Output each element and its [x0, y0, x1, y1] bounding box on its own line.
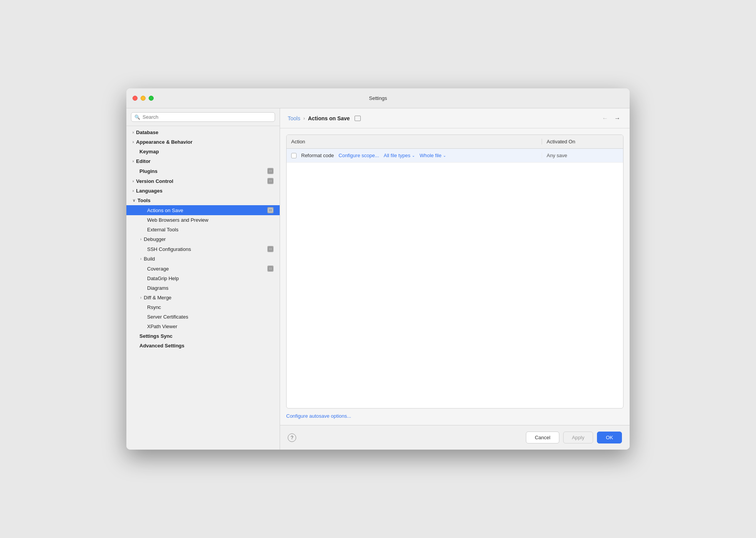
sidebar-item-editor[interactable]: ›Editor	[126, 156, 280, 166]
sidebar-item-label: Advanced Settings	[139, 343, 184, 349]
file-types-label: All file types	[384, 153, 410, 158]
sidebar-item-actions-on-save[interactable]: Actions on Save	[126, 205, 280, 215]
main-header: Tools › Actions on Save ← →	[280, 108, 630, 128]
forward-button[interactable]: →	[613, 113, 622, 123]
configure-autosave-link[interactable]: Configure autosave options...	[286, 413, 623, 419]
sidebar-item-debugger[interactable]: ›Debugger	[126, 234, 280, 244]
sidebar-item-label: Actions on Save	[147, 208, 183, 213]
sidebar-item-diagrams[interactable]: Diagrams	[126, 283, 280, 293]
activated-on-value: Any save	[542, 153, 618, 158]
settings-window: Settings 🔍 ›Database›Appearance & Behavi…	[126, 88, 630, 450]
sidebar-badge-icon	[268, 169, 273, 173]
content-area: 🔍 ›Database›Appearance & BehaviorKeymap›…	[126, 108, 630, 450]
sidebar-item-xpath-viewer[interactable]: XPath Viewer	[126, 322, 280, 331]
sidebar-item-plugins[interactable]: Plugins	[126, 166, 280, 176]
main-content: Action Activated On Reformat code Config…	[280, 128, 630, 425]
sidebar-item-label: Database	[136, 130, 158, 135]
chevron-icon: ∨	[133, 198, 135, 203]
table-row: Reformat code Configure scope... All fil…	[287, 149, 623, 163]
sidebar-item-label: Editor	[136, 158, 151, 164]
sidebar-item-version-control[interactable]: ›Version Control	[126, 176, 280, 186]
whole-file-caret-icon: ⌄	[443, 153, 446, 158]
sidebar-item-label: DataGrip Help	[147, 276, 179, 281]
breadcrumb-current: Actions on Save	[308, 115, 350, 121]
sidebar-item-label: Coverage	[147, 266, 169, 272]
chevron-icon: ›	[140, 296, 141, 300]
sidebar-item-languages[interactable]: ›Languages	[126, 186, 280, 196]
sidebar-item-label: Settings Sync	[139, 333, 172, 339]
sidebar-item-label: Appearance & Behavior	[136, 139, 192, 145]
breadcrumb-icon	[355, 116, 361, 121]
sidebar-item-appearance-behavior[interactable]: ›Appearance & Behavior	[126, 137, 280, 147]
search-input[interactable]	[143, 114, 272, 120]
sidebar-item-label: External Tools	[147, 227, 178, 232]
maximize-button[interactable]	[149, 96, 154, 101]
sidebar-item-ssh-configurations[interactable]: SSH Configurations	[126, 244, 280, 254]
sidebar-item-keymap[interactable]: Keymap	[126, 147, 280, 156]
sidebar-item-web-browsers[interactable]: Web Browsers and Preview	[126, 215, 280, 225]
search-bar: 🔍	[126, 108, 280, 126]
sidebar-list: ›Database›Appearance & BehaviorKeymap›Ed…	[126, 126, 280, 450]
close-button[interactable]	[133, 96, 138, 101]
chevron-icon: ›	[133, 189, 134, 193]
sidebar-item-build[interactable]: ›Build	[126, 254, 280, 264]
sidebar-badge	[267, 168, 274, 174]
window-title: Settings	[369, 95, 387, 101]
sidebar-item-rsync[interactable]: Rsync	[126, 302, 280, 312]
sidebar-item-label: Debugger	[144, 236, 166, 242]
chevron-icon: ›	[133, 130, 134, 134]
sidebar-item-tools[interactable]: ∨Tools	[126, 196, 280, 205]
search-input-wrap[interactable]: 🔍	[131, 112, 275, 122]
sidebar-item-coverage[interactable]: Coverage	[126, 264, 280, 274]
table-empty-area	[287, 163, 623, 408]
chevron-icon: ›	[140, 257, 141, 261]
sidebar-item-label: XPath Viewer	[147, 324, 177, 329]
apply-button[interactable]: Apply	[563, 432, 594, 443]
sidebar-item-label: Languages	[136, 188, 162, 194]
sidebar-badge	[267, 266, 274, 272]
table-header: Action Activated On	[287, 135, 623, 149]
actions-table: Action Activated On Reformat code Config…	[286, 134, 623, 408]
sidebar-item-label: SSH Configurations	[147, 246, 191, 252]
traffic-lights	[133, 96, 154, 101]
bottom-bar: ? Cancel Apply OK	[280, 425, 630, 450]
sidebar-badge-icon	[268, 208, 273, 212]
ok-button[interactable]: OK	[597, 432, 622, 443]
sidebar-item-label: Build	[144, 256, 155, 262]
configure-scope-link[interactable]: Configure scope...	[338, 153, 379, 158]
row-inner: Reformat code Configure scope... All fil…	[291, 153, 542, 158]
whole-file-dropdown[interactable]: Whole file ⌄	[419, 153, 446, 158]
back-button[interactable]: ←	[600, 113, 610, 123]
chevron-icon: ›	[133, 159, 134, 163]
sidebar-item-settings-sync[interactable]: Settings Sync	[126, 331, 280, 341]
sidebar-item-advanced-settings[interactable]: Advanced Settings	[126, 341, 280, 350]
breadcrumb: Tools › Actions on Save	[288, 115, 361, 121]
cancel-button[interactable]: Cancel	[526, 432, 559, 443]
chevron-icon: ›	[140, 237, 141, 241]
help-button[interactable]: ?	[288, 433, 296, 442]
main-panel: Tools › Actions on Save ← → Action Activ…	[280, 108, 630, 450]
sidebar-item-label: Server Certificates	[147, 314, 188, 320]
sidebar-badge	[267, 178, 274, 184]
sidebar: 🔍 ›Database›Appearance & BehaviorKeymap›…	[126, 108, 280, 450]
sidebar-item-label: Version Control	[136, 178, 173, 184]
sidebar-item-datagrip-help[interactable]: DataGrip Help	[126, 274, 280, 283]
sidebar-badge-icon	[268, 267, 273, 271]
sidebar-item-database[interactable]: ›Database	[126, 128, 280, 137]
sidebar-item-label: Web Browsers and Preview	[147, 217, 208, 223]
file-types-dropdown[interactable]: All file types ⌄	[384, 153, 415, 158]
reformat-checkbox[interactable]	[291, 153, 297, 158]
bottom-actions: Cancel Apply OK	[526, 432, 622, 443]
sidebar-item-server-certificates[interactable]: Server Certificates	[126, 312, 280, 322]
sidebar-item-label: Keymap	[139, 149, 159, 154]
sidebar-item-diff-merge[interactable]: ›Diff & Merge	[126, 293, 280, 302]
minimize-button[interactable]	[141, 96, 146, 101]
sidebar-badge-icon	[268, 247, 273, 251]
sidebar-item-label: Plugins	[139, 168, 158, 174]
sidebar-item-external-tools[interactable]: External Tools	[126, 225, 280, 234]
whole-file-label: Whole file	[419, 153, 441, 158]
breadcrumb-parent[interactable]: Tools	[288, 115, 300, 121]
nav-buttons: ← →	[600, 113, 622, 123]
sidebar-item-label: Tools	[138, 198, 151, 203]
sidebar-badge	[267, 246, 274, 252]
